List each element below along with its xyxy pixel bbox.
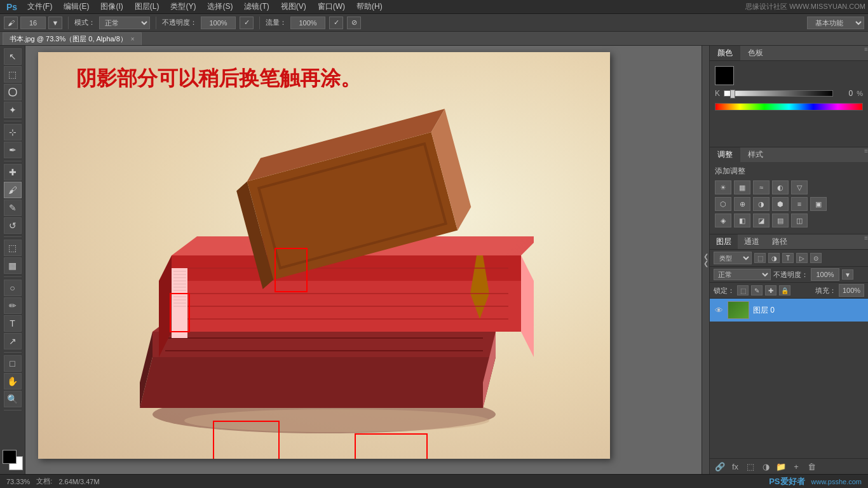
new-fill-btn[interactable]: ◑ [759,461,772,472]
add-mask-btn[interactable]: ⬚ [744,461,757,472]
styles-tab[interactable]: 样式 [740,147,771,162]
menu-layer[interactable]: 图层(L) [130,0,165,13]
lock-transparent-btn[interactable]: ⬚ [737,285,749,295]
move-tool[interactable]: ↖ [4,48,22,65]
lasso-tool[interactable] [4,84,22,100]
healing-tool[interactable]: ✚ [4,164,22,180]
layer-item-0[interactable]: 👁 图层 0 [710,299,868,322]
vibrance-btn[interactable]: ▽ [791,180,808,194]
type-tool[interactable]: T [4,315,22,332]
new-layer-btn[interactable]: + [790,461,803,472]
paths-tab[interactable]: 路径 [766,234,794,249]
selection-rect-2 [213,421,280,459]
tool-separator-2 [4,161,22,161]
layers-tab[interactable]: 图层 [710,234,738,249]
brush-size-input[interactable] [20,17,46,29]
layer-opacity-input[interactable] [811,268,839,281]
lock-pixels-btn[interactable]: ✎ [751,285,763,295]
black-white-btn[interactable]: ◑ [753,197,770,211]
menu-file[interactable]: 文件(F) [22,0,57,13]
panel-options-icon[interactable]: ≡ [864,46,868,60]
color-lookup-btn[interactable]: ▣ [810,197,827,211]
brush-tool[interactable]: 🖌 [4,182,22,198]
hand-tool[interactable]: ✋ [4,373,22,390]
color-spectrum-bar[interactable] [715,103,863,111]
path-selection-tool[interactable]: ↗ [4,333,22,349]
history-brush-tool[interactable]: ↺ [4,217,22,234]
link-layers-btn[interactable]: 🔗 [714,461,726,472]
k-slider-handle[interactable] [730,90,735,98]
adjustments-tab[interactable]: 调整 [710,147,740,162]
pen-tool[interactable]: ✏ [4,297,22,314]
lock-position-btn[interactable]: ✚ [765,285,776,295]
magic-wand-tool[interactable]: ✦ [4,102,22,118]
menu-edit[interactable]: 编辑(E) [58,0,94,13]
color-swatch-black[interactable] [715,66,734,85]
menu-filter[interactable]: 滤镜(T) [239,0,274,13]
filter-pixel-btn[interactable]: ⬚ [754,253,766,263]
filter-type-select[interactable]: 类型 [714,252,752,264]
airbrush-btn[interactable]: ⊘ [347,17,361,29]
hue-saturation-btn[interactable]: ⬡ [715,197,731,211]
flow-input[interactable] [290,17,325,29]
marquee-tool[interactable]: ⬚ [4,66,22,83]
layer-style-btn[interactable]: fx [729,461,742,472]
color-swatches[interactable] [3,450,23,470]
layer-visibility-toggle[interactable]: 👁 [714,305,724,315]
menu-type[interactable]: 类型(Y) [165,0,201,13]
levels-btn[interactable]: ▦ [734,180,750,194]
mode-select[interactable]: 正常 [99,17,150,29]
gradient-map-btn[interactable]: ▤ [772,214,789,227]
new-group-btn[interactable]: 📁 [775,461,787,472]
zoom-tool[interactable]: 🔍 [4,391,22,407]
fill-input[interactable] [839,284,864,297]
eyedropper-tool[interactable]: ✒ [4,142,22,158]
menu-image[interactable]: 图像(I) [95,0,128,13]
canvas-image[interactable]: 阴影部分可以稍后换笔触再涂。 [38,52,610,459]
channel-mixer-btn[interactable]: ≡ [791,197,808,211]
adj-panel-options[interactable]: ≡ [864,147,868,162]
opacity-toggle[interactable]: ✓ [240,17,254,29]
color-tab[interactable]: 颜色 [710,46,740,60]
workspace-select[interactable]: 基本功能 [807,17,864,29]
crop-tool[interactable]: ⊹ [4,124,22,140]
brush-size-btn[interactable]: ▼ [48,17,62,29]
threshold-btn[interactable]: ◪ [753,214,770,227]
flow-toggle[interactable]: ✓ [329,17,343,29]
invert-btn[interactable]: ◈ [715,214,731,227]
color-balance-btn[interactable]: ⊕ [734,197,750,211]
swatches-tab[interactable]: 色板 [740,46,771,60]
panel-collapse-btn[interactable]: ❮ ❮ [702,46,709,474]
layers-panel-options[interactable]: ≡ [864,234,868,249]
delete-layer-btn[interactable]: 🗑 [805,461,818,472]
dodge-tool[interactable]: ○ [4,280,22,296]
clone-stamp-tool[interactable]: ✎ [4,200,22,216]
foreground-color[interactable] [3,450,17,464]
rectangle-tool[interactable]: □ [4,355,22,372]
menu-view[interactable]: 视图(V) [276,0,311,13]
layer-mode-select[interactable]: 正常 [714,269,771,280]
menu-window[interactable]: 窗口(W) [313,0,350,13]
opacity-toggle-btn[interactable]: ▼ [842,269,853,280]
menu-help[interactable]: 帮助(H) [351,0,388,13]
eraser-tool[interactable]: ⬚ [4,240,22,256]
exposure-btn[interactable]: ◐ [772,180,789,194]
brightness-contrast-btn[interactable]: ☀ [715,180,731,194]
tab-close-btn[interactable]: × [131,36,135,43]
menu-select[interactable]: 选择(S) [202,0,238,13]
photo-filter-btn[interactable]: ⬢ [772,197,789,211]
filter-smart-btn[interactable]: ⊙ [810,253,822,263]
gradient-tool[interactable]: ▦ [4,257,22,274]
filter-type-btn[interactable]: T [782,253,794,263]
posterize-btn[interactable]: ◧ [734,214,750,227]
lock-all-btn[interactable]: 🔒 [779,285,790,295]
filter-adj-btn[interactable]: ◑ [768,253,780,263]
filter-shape-btn[interactable]: ▷ [796,253,808,263]
curves-btn[interactable]: ≈ [753,180,770,194]
k-slider[interactable] [724,90,833,97]
document-tab[interactable]: 书本.jpg @ 73.3%（图层 0, Alpha/8） × [3,32,142,45]
brush-preset-btn[interactable]: 🖌 [4,17,18,29]
channels-tab[interactable]: 通道 [738,234,766,249]
selective-color-btn[interactable]: ◫ [791,214,808,227]
opacity-input[interactable] [201,17,236,29]
